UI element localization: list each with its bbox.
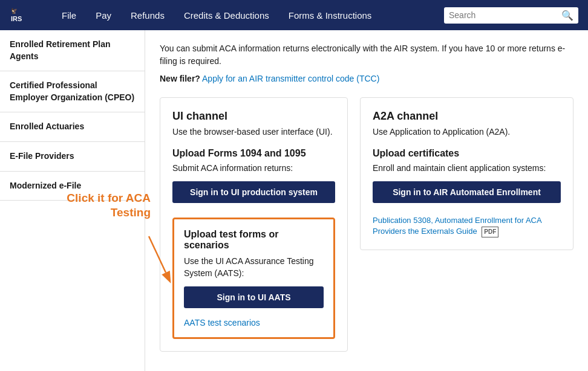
- ui-channel-wrapper: Click it for ACA Testing UI channel Use …: [160, 97, 348, 352]
- ui-channel-desc: Use the browser-based user interface (UI…: [172, 126, 335, 138]
- test-section: Upload test forms or scenarios Use the U…: [172, 218, 335, 339]
- annotation-arrow: [149, 236, 167, 285]
- pdf-badge: PDF: [482, 227, 498, 237]
- sidebar-item-efp[interactable]: E-File Providers: [0, 142, 145, 172]
- svg-text:IRS: IRS: [11, 15, 22, 22]
- nav-credits[interactable]: Credits & Deductions: [174, 0, 279, 30]
- a2a-channel-card: A2A channel Use Application to Applicati…: [360, 97, 573, 250]
- main-content: You can submit ACA information returns e…: [145, 30, 588, 371]
- a2a-channel-title: A2A channel: [373, 110, 561, 123]
- nav-refunds[interactable]: Refunds: [121, 0, 174, 30]
- ui-channel-card: UI channel Use the browser-based user in…: [160, 97, 348, 352]
- logo-area: 🦅 IRS: [10, 4, 40, 26]
- tcc-link[interactable]: Apply for an AIR transmitter control cod…: [202, 74, 379, 83]
- sidebar-item-cpeo[interactable]: Certified Professional Employer Organiza…: [0, 71, 145, 112]
- svg-text:🦅: 🦅: [11, 7, 18, 15]
- test-section-title: Upload test forms or scenarios: [184, 229, 324, 251]
- irs-logo: 🦅 IRS: [10, 4, 36, 26]
- nav-pay[interactable]: Pay: [86, 0, 121, 30]
- main-nav: File Pay Refunds Credits & Deductions Fo…: [52, 0, 444, 30]
- channels-row: Click it for ACA Testing UI channel Use …: [160, 97, 573, 352]
- search-box: 🔍: [444, 7, 578, 24]
- new-filer-line: New filer? Apply for an AIR transmitter …: [160, 73, 573, 85]
- sign-in-air-enrollment-button[interactable]: Sign in to AIR Automated Enrollment: [373, 181, 561, 203]
- new-filer-label: New filer?: [160, 74, 200, 83]
- svg-line-4: [149, 236, 166, 273]
- search-input[interactable]: [449, 10, 558, 20]
- sign-in-ui-production-button[interactable]: Sign in to UI production system: [172, 181, 335, 203]
- aats-test-scenarios-link[interactable]: AATS test scenarios: [184, 318, 324, 327]
- click-annotation: Click it for ACA Testing: [54, 191, 151, 220]
- ui-channel-title: UI channel: [172, 110, 335, 123]
- page-container: Enrolled Retirement Plan Agents Certifie…: [0, 30, 588, 371]
- ui-upload-desc: Submit ACA information returns:: [172, 163, 335, 175]
- test-section-desc: Use the UI ACA Assurance Testing System …: [184, 256, 324, 279]
- nav-forms[interactable]: Forms & Instructions: [279, 0, 382, 30]
- search-button[interactable]: 🔍: [561, 10, 573, 21]
- publication-link[interactable]: Publication 5308, Automated Enrollment f…: [373, 215, 561, 237]
- sidebar-item-erpa[interactable]: Enrolled Retirement Plan Agents: [0, 30, 145, 71]
- intro-paragraph: You can submit ACA information returns e…: [160, 42, 573, 68]
- sidebar-item-ea[interactable]: Enrolled Actuaries: [0, 112, 145, 142]
- ui-upload-title: Upload Forms 1094 and 1095: [172, 148, 335, 159]
- a2a-upload-title: Upload certificates: [373, 148, 561, 159]
- a2a-channel-desc: Use Application to Application (A2A).: [373, 126, 561, 138]
- a2a-upload-desc: Enroll and maintain client application s…: [373, 163, 561, 175]
- sign-in-ui-aats-button[interactable]: Sign in to UI AATS: [184, 286, 324, 308]
- site-header: 🦅 IRS File Pay Refunds Credits & Deducti…: [0, 0, 588, 30]
- pub-link-text: Publication 5308, Automated Enrollment f…: [373, 216, 541, 236]
- nav-file[interactable]: File: [52, 0, 86, 30]
